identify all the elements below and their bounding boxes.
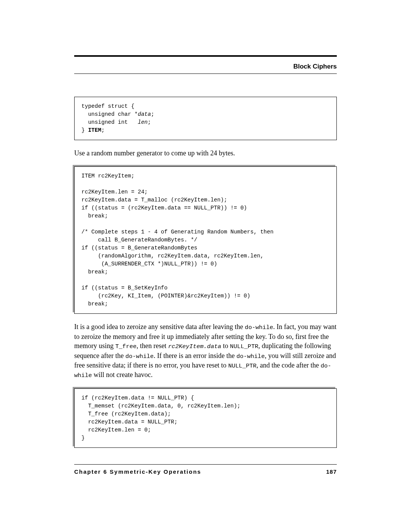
code-inline-do-while: do-while [245, 324, 273, 331]
code-inline-do-while: do-while [125, 353, 153, 360]
page: Block Ciphers typedef struct { unsigned … [0, 0, 411, 532]
code-inline-rc2keyitem-data: rc2KeyItem.data [168, 343, 221, 350]
code-block-zeroize: if (rc2KeyItem.data != NULL_PTR) { T_mem… [74, 388, 337, 448]
header-rule-thick [74, 55, 337, 57]
footer-rule-thin [74, 464, 337, 465]
code-block-struct-item: typedef struct { unsigned char *data; un… [74, 97, 337, 140]
code-frag: } [81, 127, 88, 133]
text-frag: It is a good idea to zeroize any sensiti… [74, 323, 245, 331]
footer-row: Chapter 6 Symmetric-Key Operations 187 [74, 468, 337, 475]
code-frag-bold: ITEM [88, 127, 101, 133]
code-inline-nullptr: NULL_PTR [228, 363, 256, 369]
code-line: unsigned char *data; [81, 111, 154, 117]
footer-chapter: Chapter 6 Symmetric-Key Operations [74, 468, 201, 475]
text-frag: . If there is an error inside the [154, 352, 236, 359]
text-frag: will not create havoc. [92, 371, 153, 379]
code-block-rc2key-setup: ITEM rc2KeyItem; rc2KeyItem.len = 24; rc… [74, 166, 337, 314]
code-frag: unsigned int [81, 119, 138, 125]
footer: Chapter 6 Symmetric-Key Operations 187 [74, 464, 337, 475]
footer-page-number: 187 [326, 468, 337, 475]
text-frag: , and the code after the [256, 361, 320, 369]
code-line: typedef struct { [81, 103, 134, 109]
code-frag: ; [151, 111, 155, 117]
header-rule-thin [74, 73, 337, 74]
text-frag: to [221, 342, 230, 350]
text-frag: , then reset [137, 342, 168, 350]
section-title: Block Ciphers [293, 63, 337, 70]
code-inline-do-while: do-while [236, 353, 264, 360]
code-inline-tfree: T_free [115, 343, 137, 350]
paragraph-random-generator: Use a random number generator to come up… [74, 149, 337, 158]
code-frag-italic: len [138, 119, 148, 125]
code-line: unsigned int len; [81, 119, 151, 125]
paragraph-zeroize: It is a good idea to zeroize any sensiti… [74, 322, 337, 380]
header-row: Block Ciphers [74, 61, 337, 73]
code-frag: ; [101, 127, 105, 133]
code-frag: unsigned char * [81, 111, 138, 117]
code-line: } ITEM; [81, 127, 105, 133]
code-frag-italic: data [138, 111, 151, 117]
code-inline-nullptr: NULL_PTR [230, 343, 258, 350]
code-frag: ; [148, 119, 151, 125]
